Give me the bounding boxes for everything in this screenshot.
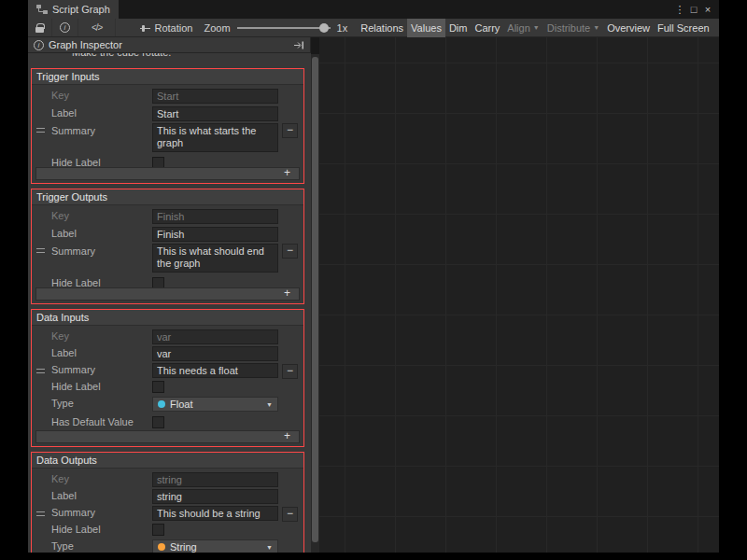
key-label: Key [51, 210, 69, 221]
type-dropdown[interactable]: String ▼ [152, 539, 278, 553]
type-label: Type [51, 398, 74, 409]
code-icon: </> [92, 22, 102, 33]
editor-window: Script Graph ⋮ □ × i </> Rotation Zoom 1… [28, 0, 719, 553]
section-data-inputs: Data Inputs Key Label Summary − Hide Lab… [31, 309, 304, 447]
summary-field[interactable] [152, 363, 278, 378]
key-label: Key [51, 473, 69, 484]
tab-script-graph[interactable]: Script Graph [28, 0, 119, 19]
summary-label: Summary [51, 245, 95, 257]
drag-handle-icon[interactable] [36, 248, 45, 253]
close-icon[interactable]: × [701, 4, 714, 15]
graph-canvas[interactable] [319, 37, 719, 553]
float-type-dot-icon [158, 400, 165, 408]
toolbar: i </> Rotation Zoom 1x Relations Values … [28, 19, 719, 37]
summary-label: Summary [51, 507, 95, 518]
carry-button[interactable]: Carry [471, 19, 503, 37]
add-bar[interactable]: + [35, 167, 300, 180]
hide-label-checkbox[interactable] [152, 381, 164, 393]
drag-handle-icon[interactable] [36, 511, 45, 516]
zoom-slider-thumb[interactable] [319, 23, 329, 33]
menu-icon[interactable]: ⋮ [673, 4, 686, 16]
graph-inspector-header: i Graph Inspector [28, 37, 311, 53]
tab-title: Script Graph [52, 4, 110, 15]
chevron-down-icon: ▼ [593, 24, 599, 31]
values-button[interactable]: Values [407, 19, 445, 37]
label-field[interactable] [152, 106, 278, 121]
section-data-outputs: Data Outputs Key Label Summary − Hide La… [31, 452, 304, 553]
has-default-value-checkbox[interactable] [152, 416, 164, 428]
section-title: Trigger Inputs [32, 69, 303, 85]
add-button[interactable]: + [284, 166, 290, 179]
overview-button[interactable]: Overview [603, 19, 654, 37]
toolbar-buttons: Relations Values Dim Carry Align▼ Distri… [357, 19, 712, 37]
remove-button[interactable]: − [282, 244, 298, 259]
label-field[interactable] [152, 227, 278, 242]
key-field [152, 209, 278, 224]
label-label: Label [51, 347, 77, 358]
code-view-button[interactable]: </> [78, 19, 116, 36]
rotation-control[interactable]: Rotation [140, 22, 192, 34]
scrollbar-thumb[interactable] [312, 57, 318, 542]
label-field[interactable] [152, 346, 278, 361]
key-field [152, 329, 278, 344]
summary-field[interactable] [152, 506, 278, 521]
zoom-slider[interactable] [237, 27, 331, 29]
summary-field[interactable]: This is what should end the graph [152, 244, 278, 273]
remove-button[interactable]: − [282, 364, 298, 379]
type-value: Float [170, 399, 192, 410]
summary-label: Summary [51, 125, 95, 136]
chevron-down-icon: ▼ [266, 401, 273, 408]
script-graph-icon [36, 5, 48, 14]
drag-handle-icon[interactable] [36, 128, 45, 133]
key-label: Key [51, 90, 69, 101]
add-bar[interactable]: + [35, 287, 300, 301]
align-dropdown[interactable]: Align▼ [503, 19, 543, 37]
window-controls: ⋮ □ × [673, 4, 719, 16]
type-label: Type [51, 540, 74, 552]
chevron-down-icon: ▼ [266, 544, 273, 551]
graph-inspector-panel: Make the cube rotate. Trigger Inputs Key… [28, 37, 311, 553]
section-title: Trigger Outputs [32, 189, 303, 205]
dim-button[interactable]: Dim [445, 19, 472, 37]
rotation-label: Rotation [154, 22, 192, 34]
maximize-icon[interactable]: □ [687, 4, 700, 15]
type-dropdown[interactable]: Float ▼ [152, 397, 278, 412]
key-field [152, 472, 278, 487]
zoom-value: 1x [337, 22, 348, 34]
info-icon: i [60, 22, 70, 33]
chevron-down-icon: ▼ [533, 24, 540, 31]
label-label: Label [51, 228, 77, 239]
string-type-dot-icon [158, 543, 165, 551]
add-button[interactable]: + [284, 287, 290, 300]
section-title: Data Inputs [32, 310, 303, 326]
label-label: Label [51, 490, 77, 501]
has-default-value-label: Has Default Value [51, 416, 134, 427]
distribute-dropdown[interactable]: Distribute▼ [543, 19, 603, 37]
tab-bar: Script Graph ⋮ □ × [28, 0, 719, 19]
remove-button[interactable]: − [282, 123, 298, 138]
label-field[interactable] [152, 489, 278, 504]
lock-icon [35, 27, 44, 33]
inspector-scrollbar[interactable] [311, 54, 319, 553]
label-label: Label [51, 107, 77, 119]
lock-button[interactable] [28, 19, 52, 36]
inspect-button[interactable]: i [52, 19, 78, 36]
screen: Script Graph ⋮ □ × i </> Rotation Zoom 1… [0, 0, 747, 560]
key-field [152, 89, 278, 104]
relations-button[interactable]: Relations [357, 19, 407, 37]
add-bar[interactable]: + [35, 430, 300, 443]
drag-handle-icon[interactable] [36, 369, 45, 373]
summary-label: Summary [51, 364, 95, 375]
summary-field[interactable]: This is what starts the graph [152, 123, 278, 152]
full-screen-button[interactable]: Full Screen [654, 19, 713, 37]
section-trigger-inputs: Trigger Inputs Key Label Summary This is… [31, 68, 304, 184]
add-button[interactable]: + [284, 429, 290, 442]
section-trigger-outputs: Trigger Outputs Key Label Summary This i… [31, 189, 304, 304]
hide-label-checkbox[interactable] [152, 524, 164, 536]
dock-panel-icon[interactable] [294, 41, 304, 49]
remove-button[interactable]: − [282, 507, 298, 522]
zoom-label: Zoom [204, 22, 230, 34]
graph-inspector-title: Graph Inspector [49, 39, 122, 50]
hide-label-label: Hide Label [51, 524, 101, 535]
info-icon: i [34, 40, 44, 50]
